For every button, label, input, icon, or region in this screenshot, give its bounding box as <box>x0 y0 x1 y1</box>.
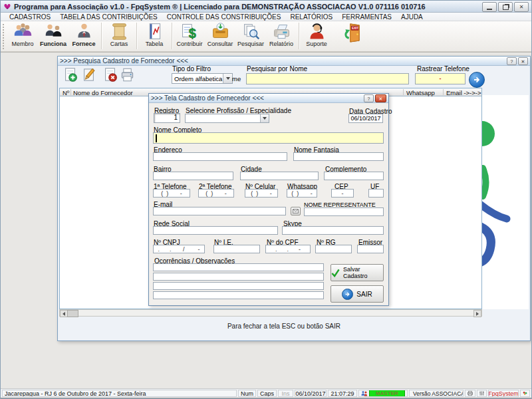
funcionario-button[interactable]: Funciona <box>38 21 68 51</box>
col-email[interactable]: Email ->->-> <box>446 89 481 96</box>
exit-button[interactable]: EXIT <box>340 21 366 51</box>
menu-cadastros[interactable]: CADASTROS <box>5 13 55 21</box>
contribuir-button[interactable]: $ Contribuir <box>174 21 205 51</box>
status-caps: Caps <box>257 390 277 397</box>
cnpj-input[interactable]: . . / - <box>153 245 205 253</box>
status-version: Versão ASSOCIACAO 1.0 <box>409 390 464 397</box>
cidade-input[interactable] <box>240 172 319 180</box>
scroll-right-button[interactable] <box>473 310 481 317</box>
scrollbar-thumb[interactable] <box>67 310 78 317</box>
celular-input[interactable]: ( ) - <box>245 189 278 198</box>
supplier-icon <box>74 22 94 41</box>
print-record-button[interactable] <box>120 67 135 85</box>
tel2-input[interactable]: ( ) - <box>198 189 234 198</box>
cep-input[interactable]: - <box>331 189 354 198</box>
menu-relatorios[interactable]: RELATÓRIOS <box>285 13 337 21</box>
complemento-input[interactable] <box>324 172 384 180</box>
ie-input[interactable] <box>213 245 260 253</box>
edit-record-button[interactable] <box>81 67 96 85</box>
tel1-input[interactable]: ( ) - <box>153 189 190 198</box>
obs-input-1[interactable] <box>153 263 324 271</box>
svg-text:$: $ <box>188 26 196 41</box>
obs-input-4[interactable] <box>153 291 324 299</box>
col-whatsapp[interactable]: Whatsapp <box>406 89 435 96</box>
search-window-titlebar[interactable]: >>> Pesquisa Cadastro de Fornecedor <<< … <box>58 57 530 66</box>
status-user: MASTER <box>358 390 408 397</box>
dialog-close-button[interactable]: ✕ <box>375 94 386 102</box>
logo-watermark-panel <box>482 95 529 309</box>
representante-input[interactable] <box>304 207 384 216</box>
email-button[interactable] <box>291 207 301 215</box>
status-settings[interactable] <box>477 390 487 397</box>
restore-icon <box>503 5 509 10</box>
status-time: 21:07:29 <box>328 390 357 397</box>
cpf-input[interactable]: . . - <box>265 245 311 253</box>
status-user-value: MASTER <box>369 390 405 397</box>
close-icon: ✕ <box>379 96 383 101</box>
bairro-input[interactable] <box>153 172 233 180</box>
fantasia-input[interactable] <box>293 152 384 161</box>
mdi-area: >>> Pesquisa Cadastro de Fornecedor <<< … <box>1 52 531 389</box>
toolbar-separator <box>299 23 299 49</box>
profissao-dropdown-button[interactable] <box>260 114 269 122</box>
nome-completo-input[interactable] <box>153 132 384 144</box>
filter-type-select[interactable]: Ordem alfabetica Nome <box>172 73 233 84</box>
emissor-input[interactable] <box>357 245 384 253</box>
uf-input[interactable] <box>368 189 384 198</box>
data-cadastro-input[interactable]: 06/10/2017 <box>348 114 383 123</box>
sair-button[interactable]: SAIR <box>331 285 384 303</box>
profissao-select[interactable] <box>185 114 269 123</box>
menu-tabela-contribuicoes[interactable]: TABELA DAS CONTRIBUIÇÕES <box>55 13 162 21</box>
go-search-button[interactable] <box>469 72 485 88</box>
main-titlebar[interactable]: Programa para Associação v1.0 - FpqSyste… <box>1 1 531 13</box>
track-phone-input[interactable]: - <box>415 73 466 84</box>
cartas-button[interactable]: Cartas <box>104 21 134 51</box>
email-input[interactable] <box>153 207 286 215</box>
consultar-label: Consultar <box>207 41 233 47</box>
skype-input[interactable] <box>282 226 384 235</box>
pesquisar-button[interactable]: Pesquisar <box>235 21 266 51</box>
status-bar: Jacarepagua - RJ 6 de Outubro de 2017 - … <box>1 388 531 398</box>
menu-controle-contribuicoes[interactable]: CONTROLE DAS CONSTRIBUIÇÕES <box>162 13 286 21</box>
fornecedor-button[interactable]: Fornece <box>68 21 99 51</box>
delete-record-button[interactable] <box>102 67 118 85</box>
endereco-input[interactable] <box>153 152 287 161</box>
registro-input[interactable]: 1 <box>154 113 180 123</box>
obs-input-2[interactable] <box>153 273 324 281</box>
suporte-button[interactable]: Suporte <box>301 21 332 51</box>
obs-input-3[interactable] <box>153 282 324 290</box>
close-button[interactable]: ✕ <box>514 2 529 12</box>
relatorio-button[interactable]: Relatório <box>266 21 297 51</box>
search-close-button[interactable]: ✕ <box>518 57 528 65</box>
rg-input[interactable] <box>315 245 352 253</box>
membro-button[interactable]: Membro <box>7 21 38 51</box>
add-record-button[interactable] <box>63 67 78 85</box>
tabela-button[interactable]: Tabela <box>139 21 170 51</box>
support-headset-icon <box>307 22 327 41</box>
menu-ferramentas[interactable]: FERRAMENTAS <box>337 13 396 21</box>
grid-hscrollbar[interactable] <box>59 309 482 317</box>
dialog-help-button[interactable]: ? <box>364 94 374 102</box>
search-help-button[interactable]: ? <box>507 57 517 65</box>
edit-record-icon <box>81 67 96 82</box>
footer-hint: Para fechar a tela ESC ou botão SAIR <box>58 323 510 330</box>
whatsapp-input[interactable]: ( ) - <box>287 189 317 198</box>
filter-dropdown-button[interactable] <box>223 74 232 83</box>
fornecedor-label: Fornece <box>72 41 95 47</box>
toolbar-separator <box>136 23 137 49</box>
status-printer[interactable] <box>465 390 475 397</box>
fpq-mini-logo-icon <box>523 390 527 396</box>
minimize-button[interactable] <box>482 2 497 12</box>
col-num[interactable]: Nº <box>63 89 69 96</box>
minimize-icon <box>487 9 492 10</box>
menu-ajuda[interactable]: AJUDA <box>396 13 428 21</box>
restore-button[interactable] <box>498 2 513 12</box>
col-name[interactable]: Nome do Fornecedor <box>73 89 133 96</box>
track-phone-value: - <box>416 74 465 84</box>
dialog-titlebar[interactable]: >>> Tela Cadastro de Fornecedor <<< ? ✕ <box>149 94 388 103</box>
save-button[interactable]: Salvar Cadastro <box>331 264 384 281</box>
contribute-icon: $ <box>180 22 200 41</box>
search-by-name-input[interactable] <box>246 73 409 84</box>
consultar-button[interactable]: Consultar <box>205 21 235 51</box>
rede-social-input[interactable] <box>153 226 278 235</box>
